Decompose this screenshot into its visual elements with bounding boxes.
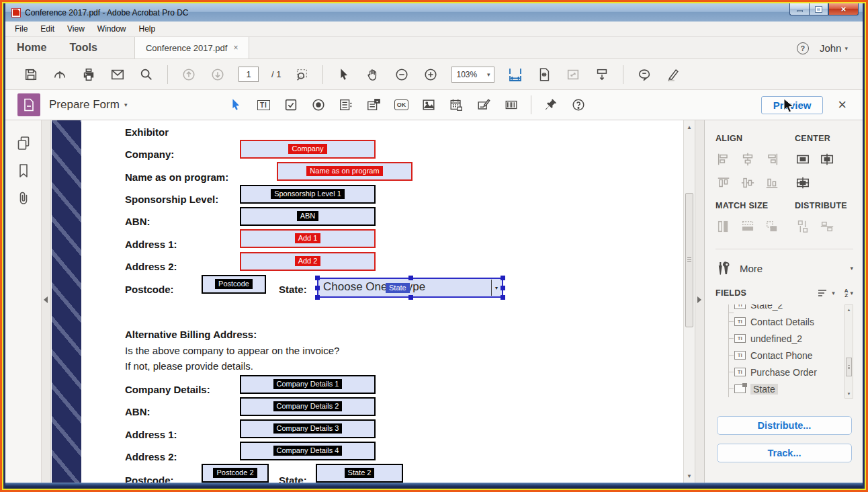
selection-handle[interactable] bbox=[501, 276, 505, 280]
menu-window[interactable]: Window bbox=[97, 24, 126, 34]
hand-tool-icon[interactable] bbox=[365, 67, 381, 83]
zoom-out-icon[interactable] bbox=[394, 67, 410, 83]
scrollbar-thumb[interactable] bbox=[685, 193, 693, 327]
field-list-item-purchase-order[interactable]: TIPurchase Order bbox=[724, 364, 853, 380]
highlighter-icon[interactable] bbox=[665, 67, 681, 83]
scroll-up-icon[interactable]: ▲ bbox=[845, 305, 853, 314]
comment-icon[interactable] bbox=[636, 67, 652, 83]
close-tab-icon[interactable]: × bbox=[233, 43, 238, 52]
scrolling-mode-icon[interactable] bbox=[594, 67, 610, 83]
tab-document[interactable]: Conference 2017.pdf × bbox=[134, 37, 249, 58]
prepare-form-title[interactable]: Prepare Form ▾ bbox=[49, 98, 127, 112]
fields-list-scrollbar[interactable]: ▲ ▼ bbox=[844, 304, 853, 399]
selection-handle[interactable] bbox=[315, 276, 320, 280]
image-field-tool-icon[interactable] bbox=[421, 97, 437, 113]
barcode-field-tool-icon[interactable] bbox=[503, 97, 519, 113]
menu-help[interactable]: Help bbox=[139, 24, 156, 34]
menu-view[interactable]: View bbox=[67, 24, 85, 34]
scroll-down-icon[interactable]: ▼ bbox=[845, 389, 853, 398]
align-center-horizontal-icon[interactable] bbox=[740, 151, 756, 167]
selection-handle[interactable] bbox=[501, 286, 505, 290]
select-tool-icon[interactable] bbox=[336, 67, 352, 83]
align-left-icon[interactable] bbox=[715, 151, 732, 167]
selection-handle[interactable] bbox=[315, 286, 320, 290]
form-field-state-dropdown[interactable]: Choose One or type State ▾ bbox=[317, 278, 503, 298]
tab-tools[interactable]: Tools bbox=[58, 37, 108, 58]
form-field-company[interactable]: Company bbox=[240, 140, 376, 159]
distribute-button[interactable]: Distribute... bbox=[717, 416, 852, 435]
next-page-icon[interactable] bbox=[210, 67, 226, 83]
center-horizontally-icon[interactable] bbox=[795, 151, 811, 167]
menu-edit[interactable]: Edit bbox=[40, 24, 54, 34]
previous-page-icon[interactable] bbox=[181, 67, 197, 83]
more-tools-row[interactable]: More ▾ bbox=[715, 260, 853, 276]
right-panel-gutter[interactable] bbox=[695, 120, 704, 483]
pin-icon[interactable] bbox=[543, 97, 559, 113]
minimize-button[interactable] bbox=[789, 3, 809, 15]
signature-field-tool-icon[interactable] bbox=[476, 97, 492, 113]
checkbox-tool-icon[interactable] bbox=[283, 97, 299, 113]
track-button[interactable]: Track... bbox=[717, 444, 852, 462]
left-panel-gutter[interactable] bbox=[42, 120, 51, 483]
document-scrollbar[interactable]: ▲ ▼ bbox=[683, 120, 695, 483]
scrollbar-thumb[interactable] bbox=[846, 358, 852, 376]
form-field-company-details3[interactable]: Company Details 3 bbox=[240, 419, 376, 438]
menu-file[interactable]: File bbox=[15, 24, 28, 34]
fit-width-icon[interactable] bbox=[507, 67, 523, 83]
tab-home[interactable]: Home bbox=[5, 37, 58, 58]
email-icon[interactable] bbox=[110, 67, 126, 83]
match-width-icon[interactable] bbox=[740, 218, 756, 235]
maximize-button[interactable] bbox=[809, 3, 828, 15]
search-icon[interactable] bbox=[138, 67, 155, 83]
field-list-item-undefined2[interactable]: TIundefined_2 bbox=[724, 330, 853, 347]
preview-button[interactable]: Preview bbox=[761, 96, 823, 114]
page-number-input[interactable] bbox=[238, 67, 259, 82]
form-field-company-details4[interactable]: Company Details 4 bbox=[240, 442, 376, 460]
form-field-abn[interactable]: ABN bbox=[240, 207, 376, 226]
help-tool-icon[interactable] bbox=[570, 97, 587, 113]
selection-handle[interactable] bbox=[408, 276, 413, 280]
field-list-item-contact-details[interactable]: TIContact Details bbox=[724, 313, 853, 330]
match-both-icon[interactable] bbox=[764, 218, 780, 235]
field-list-item-state[interactable]: State bbox=[724, 380, 853, 397]
form-select-tool-icon[interactable] bbox=[228, 97, 244, 113]
selection-handle[interactable] bbox=[315, 295, 320, 300]
share-upload-icon[interactable] bbox=[52, 67, 68, 83]
radio-button-tool-icon[interactable] bbox=[310, 97, 327, 113]
sort-order-icon[interactable]: ▾ bbox=[818, 288, 835, 298]
selection-handle[interactable] bbox=[501, 295, 505, 300]
collapse-right-icon[interactable] bbox=[697, 296, 701, 303]
ok-button-tool-icon[interactable]: OK bbox=[393, 97, 409, 113]
distribute-vertically-icon[interactable] bbox=[795, 218, 811, 235]
save-icon[interactable] bbox=[23, 67, 39, 83]
field-list-item-contact-phone[interactable]: TIContact Phone bbox=[724, 347, 853, 364]
close-window-button[interactable]: × bbox=[828, 3, 859, 15]
center-both-icon[interactable] bbox=[795, 175, 811, 191]
zoom-in-icon[interactable] bbox=[423, 67, 439, 83]
fit-page-icon[interactable] bbox=[536, 67, 552, 83]
dropdown-tool-icon[interactable] bbox=[365, 97, 382, 113]
match-height-icon[interactable] bbox=[715, 218, 732, 235]
form-field-state2[interactable]: State 2 bbox=[316, 464, 403, 483]
form-field-address1[interactable]: Add 1 bbox=[240, 229, 376, 248]
print-icon[interactable] bbox=[81, 67, 97, 83]
align-right-icon[interactable] bbox=[764, 151, 780, 167]
close-prepare-form-icon[interactable]: × bbox=[838, 98, 847, 112]
date-field-tool-icon[interactable] bbox=[448, 97, 464, 113]
form-field-company-details2[interactable]: Company Details 2 bbox=[240, 397, 376, 416]
zoom-level-select[interactable]: 103% ▾ bbox=[451, 67, 494, 83]
collapse-left-icon[interactable] bbox=[44, 296, 48, 303]
bookmarks-icon[interactable] bbox=[15, 163, 32, 179]
user-menu[interactable]: John ▾ bbox=[820, 42, 848, 54]
field-list-item-clipped[interactable]: TIState_2 bbox=[724, 304, 853, 313]
form-field-sponsorship-level[interactable]: Sponsorship Level 1 bbox=[240, 185, 376, 204]
actual-size-icon[interactable] bbox=[565, 67, 581, 83]
form-field-company-details1[interactable]: Company Details 1 bbox=[240, 375, 376, 394]
scroll-down-icon[interactable]: ▼ bbox=[684, 470, 695, 481]
distribute-horizontally-icon[interactable] bbox=[819, 218, 835, 235]
attachments-icon[interactable] bbox=[15, 190, 32, 206]
form-field-postcode2[interactable]: Postcode 2 bbox=[202, 464, 269, 483]
selection-handle[interactable] bbox=[408, 295, 413, 300]
align-middle-icon[interactable] bbox=[740, 175, 756, 191]
dropdown-arrow-button[interactable]: ▾ bbox=[491, 280, 501, 296]
